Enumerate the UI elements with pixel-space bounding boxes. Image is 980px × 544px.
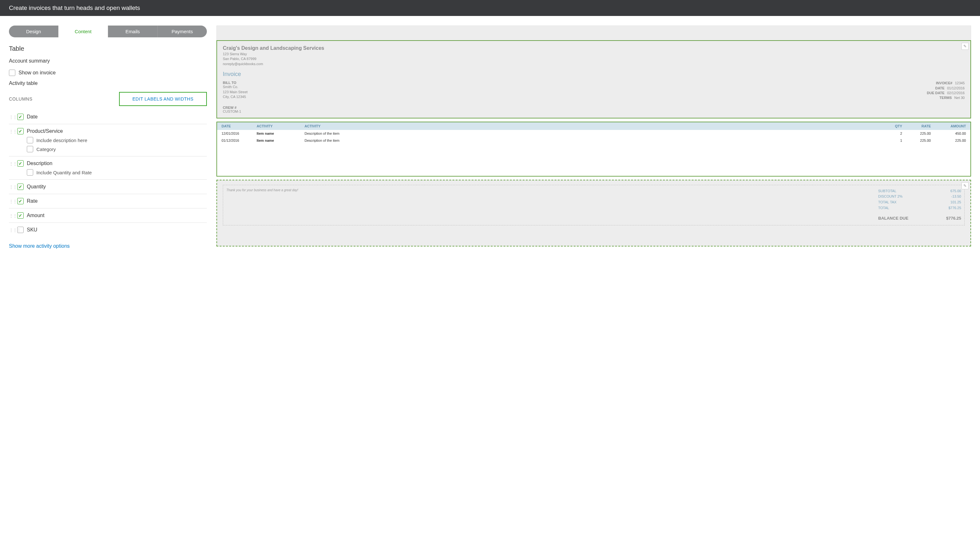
td-amount: 450.00 [931, 132, 966, 135]
td-desc: Description of the item [304, 138, 883, 142]
invoice-num-value: 12345 [955, 81, 965, 86]
column-row-quantity: ⋮⋮⋮ Quantity [9, 180, 207, 194]
column-row-product-service: ⋮⋮⋮ Product/Service Include description … [9, 124, 207, 156]
drag-handle-icon[interactable]: ⋮⋮⋮ [9, 212, 14, 218]
column-row-rate: ⋮⋮⋮ Rate [9, 194, 207, 208]
discount-value: -13.50 [951, 194, 961, 200]
tab-design[interactable]: Design [9, 25, 59, 37]
totals-block: SUBTOTAL675.00 DISCOUNT 2%-13.50 TOTAL T… [878, 188, 961, 222]
crew-block: CREW # CUSTOM-1 [223, 106, 965, 113]
table-row: 01/12/2016 Item name Description of the … [217, 137, 970, 144]
td-qty: 2 [883, 132, 902, 135]
drag-handle-icon[interactable]: ⋮⋮⋮ [9, 184, 14, 189]
th-qty: QTY [883, 124, 902, 128]
description-checkbox[interactable] [17, 160, 24, 167]
drag-handle-icon[interactable]: ⋮⋮⋮ [9, 198, 14, 204]
settings-panel: Design Content Emails Payments Table Acc… [9, 25, 207, 250]
tax-value: 101.25 [950, 200, 961, 205]
td-item: Item name [257, 138, 304, 142]
show-on-invoice-checkbox[interactable] [9, 70, 15, 76]
edit-pencil-icon[interactable]: ✎ [961, 182, 969, 189]
amount-checkbox[interactable] [17, 212, 24, 219]
edit-labels-widths-button[interactable]: EDIT LABELS AND WIDTHS [119, 92, 207, 106]
terms-value: Net 30 [955, 95, 965, 100]
sku-checkbox[interactable] [17, 227, 24, 233]
include-desc-here-checkbox[interactable] [27, 137, 33, 143]
columns-heading: COLUMNS [9, 96, 33, 102]
invoice-preview: ✎ Craig's Design and Landscaping Service… [216, 25, 971, 250]
th-activity2: ACTIVITY [304, 124, 883, 128]
description-label: Description [27, 161, 52, 166]
preview-header-section[interactable]: ✎ Craig's Design and Landscaping Service… [216, 40, 971, 118]
date-label: Date [27, 114, 38, 120]
tab-emails[interactable]: Emails [108, 25, 158, 37]
bill-to-addr2: City, CA 12345 [223, 94, 248, 99]
discount-label: DISCOUNT 2% [878, 194, 902, 200]
td-desc: Description of the item [304, 132, 883, 135]
date-value: 01/12/2016 [947, 86, 965, 91]
show-on-invoice-label: Show on invoice [19, 70, 56, 76]
thank-you-message: Thank you for your business and have a g… [226, 188, 298, 192]
bill-to-block: BILL TO Smith Co. 123 Main Street City, … [223, 81, 248, 100]
invoice-meta-block: INVOICE#12345 DATE01/12/2016 DUE DATE02/… [927, 81, 965, 100]
drag-handle-icon[interactable]: ⋮⋮⋮ [9, 160, 14, 166]
tax-label: TOTAL TAX [878, 200, 896, 205]
crew-value: CUSTOM-1 [223, 110, 965, 113]
td-rate: 225.00 [902, 132, 931, 135]
td-rate: 225.00 [902, 138, 931, 142]
td-qty: 1 [883, 138, 902, 142]
quantity-label: Quantity [27, 184, 46, 189]
product-service-label: Product/Service [27, 128, 63, 134]
category-checkbox[interactable] [27, 146, 33, 152]
include-qty-rate-label: Include Quantity and Rate [37, 170, 92, 175]
td-date: 12/01/2016 [221, 132, 257, 135]
column-row-date: ⋮⋮⋮ Date [9, 110, 207, 124]
drag-handle-icon[interactable]: ⋮⋮⋮ [9, 114, 14, 119]
bill-to-name: Smith Co. [223, 84, 248, 89]
preview-footer-section[interactable]: ✎ Thank you for your business and have a… [216, 180, 971, 247]
subtotal-value: 675.00 [950, 188, 961, 194]
quantity-checkbox[interactable] [17, 184, 24, 190]
terms-label: TERMS [939, 95, 952, 100]
activity-table-label: Activity table [9, 80, 207, 86]
date-checkbox[interactable] [17, 114, 24, 120]
edit-pencil-icon[interactable]: ✎ [961, 43, 969, 50]
tab-bar: Design Content Emails Payments [9, 25, 207, 37]
th-amount: AMOUNT [931, 124, 966, 128]
table-header-row: DATE ACTIVITY ACTIVITY QTY RATE AMOUNT [217, 122, 970, 130]
drag-handle-icon[interactable]: ⋮⋮⋮ [9, 227, 14, 232]
column-row-sku: ⋮⋮⋮ SKU [9, 223, 207, 237]
date-label: DATE [935, 86, 945, 91]
tab-content[interactable]: Content [59, 25, 108, 37]
company-name: Craig's Design and Landscaping Services [223, 45, 965, 51]
rate-label: Rate [27, 198, 38, 204]
drag-handle-icon[interactable]: ⋮⋮⋮ [9, 128, 14, 134]
table-section-title: Table [9, 45, 207, 52]
due-date-value: 02/12/2016 [947, 91, 965, 95]
page-header: Create invoices that turn heads and open… [0, 0, 980, 16]
td-amount: 225.00 [931, 138, 966, 142]
column-row-amount: ⋮⋮⋮ Amount [9, 208, 207, 223]
invoice-num-label: INVOICE# [936, 81, 952, 86]
bill-to-label: BILL TO [223, 81, 248, 84]
product-service-checkbox[interactable] [17, 128, 24, 134]
rate-checkbox[interactable] [17, 198, 24, 204]
show-more-activity-link[interactable]: Show more activity options [9, 243, 70, 249]
th-date: DATE [221, 124, 257, 128]
table-row: 12/01/2016 Item name Description of the … [217, 130, 970, 137]
account-summary-label: Account summary [9, 58, 207, 64]
invoice-title: Invoice [223, 71, 965, 78]
preview-activity-section[interactable]: DATE ACTIVITY ACTIVITY QTY RATE AMOUNT 1… [216, 122, 971, 177]
tab-payments[interactable]: Payments [158, 25, 207, 37]
company-email: noreply@quickbooks.com [223, 62, 965, 67]
company-addr1: 123 Sierra Way [223, 52, 965, 57]
subtotal-label: SUBTOTAL [878, 188, 896, 194]
company-addr2: San Pablo, CA 87999 [223, 57, 965, 61]
column-row-description: ⋮⋮⋮ Description Include Quantity and Rat… [9, 156, 207, 180]
crew-label: CREW # [223, 106, 965, 110]
total-value: $776.25 [948, 205, 961, 211]
preview-top-spacer [216, 25, 971, 40]
bill-to-addr1: 123 Main Street [223, 90, 248, 94]
category-label: Category [37, 146, 56, 152]
include-qty-rate-checkbox[interactable] [27, 169, 33, 176]
